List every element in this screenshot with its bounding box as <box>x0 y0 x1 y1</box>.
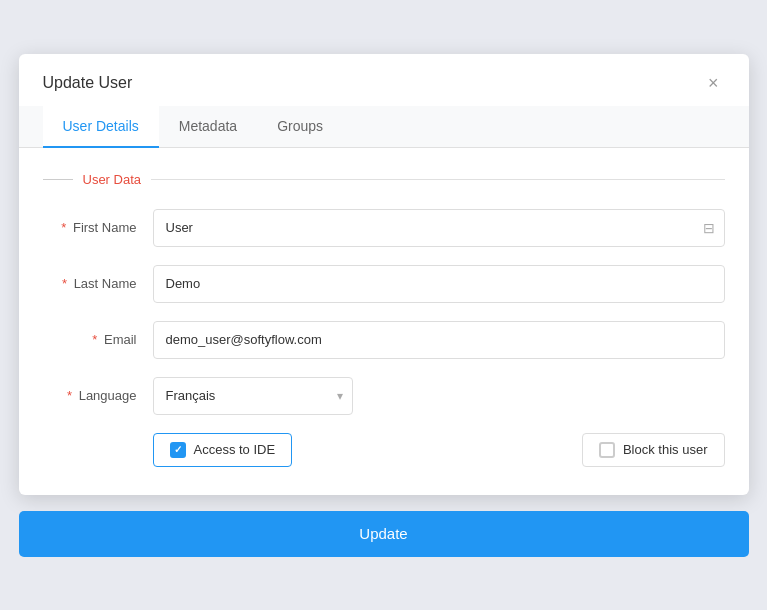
close-button[interactable]: × <box>702 72 725 94</box>
update-button[interactable]: Update <box>19 511 749 557</box>
language-select-wrapper: Français English العربية ▾ <box>153 377 353 415</box>
section-line-right <box>151 179 724 180</box>
email-group: * Email <box>43 321 725 359</box>
first-name-group: * First Name ⊟ <box>43 209 725 247</box>
email-label: * Email <box>43 332 153 347</box>
tabs-container: User Details Metadata Groups <box>19 106 749 148</box>
section-line-left <box>43 179 73 180</box>
access-ide-label: Access to IDE <box>194 442 276 457</box>
last-name-group: * Last Name <box>43 265 725 303</box>
modal: Update User × User Details Metadata Grou… <box>19 54 749 495</box>
email-required: * <box>92 332 97 347</box>
checkmark-icon: ✓ <box>174 444 182 455</box>
modal-title: Update User <box>43 74 133 92</box>
block-user-button[interactable]: Block this user <box>582 433 725 467</box>
modal-body: User Data * First Name ⊟ * Last Name <box>19 148 749 495</box>
first-name-input[interactable] <box>153 209 725 247</box>
language-select[interactable]: Français English العربية <box>153 377 353 415</box>
section-title: User Data <box>83 172 142 187</box>
section-header: User Data <box>43 172 725 187</box>
modal-header: Update User × <box>19 54 749 106</box>
first-name-required: * <box>61 220 66 235</box>
actions-row: ✓ Access to IDE Block this user <box>43 433 725 467</box>
language-label: * Language <box>43 388 153 403</box>
first-name-input-wrapper: ⊟ <box>153 209 725 247</box>
access-ide-checkbox: ✓ <box>170 442 186 458</box>
block-user-checkbox <box>599 442 615 458</box>
last-name-required: * <box>62 276 67 291</box>
access-ide-button[interactable]: ✓ Access to IDE <box>153 433 293 467</box>
email-input[interactable] <box>153 321 725 359</box>
id-card-icon: ⊟ <box>703 220 715 236</box>
tab-groups[interactable]: Groups <box>257 106 343 148</box>
first-name-label: * First Name <box>43 220 153 235</box>
modal-wrapper: Update User × User Details Metadata Grou… <box>0 0 767 610</box>
tab-user-details[interactable]: User Details <box>43 106 159 148</box>
language-required: * <box>67 388 72 403</box>
last-name-input[interactable] <box>153 265 725 303</box>
language-group: * Language Français English العربية ▾ <box>43 377 725 415</box>
tab-metadata[interactable]: Metadata <box>159 106 257 148</box>
last-name-label: * Last Name <box>43 276 153 291</box>
block-user-label: Block this user <box>623 442 708 457</box>
